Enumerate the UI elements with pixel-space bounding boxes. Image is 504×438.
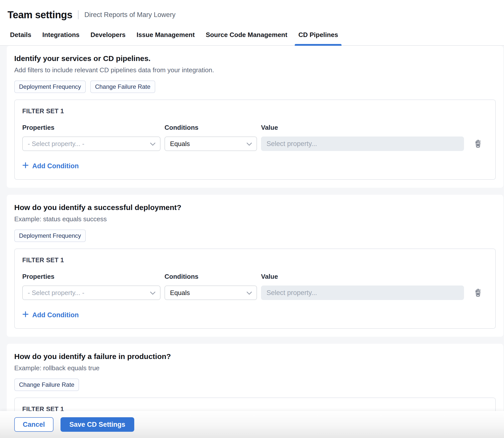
page-header: Team settings Direct Reports of Mary Low… [0,0,504,46]
condition-select-value: Equals [170,289,190,297]
section-heading: How do you identify a failure in product… [14,352,496,361]
badge-deployment-frequency[interactable]: Deployment Frequency [14,80,86,93]
badge-change-failure-rate[interactable]: Change Failure Rate [90,80,155,93]
filter-condition-row: - Select property... - Equals [22,286,488,300]
column-label-properties: Properties [22,124,160,132]
team-settings-page: Team settings Direct Reports of Mary Low… [0,0,504,438]
save-cd-settings-button[interactable]: Save CD Settings [60,417,134,432]
chevron-down-icon [246,289,252,297]
tab-bar: Details Integrations Developers Issue Ma… [0,31,504,46]
condition-select-value: Equals [170,140,190,148]
main-content: Identify your services or CD pipelines. … [0,46,504,438]
section-identify-pipelines: Identify your services or CD pipelines. … [7,46,503,188]
tab-details[interactable]: Details [6,31,35,45]
add-condition-button[interactable]: Add Condition [22,311,79,319]
add-condition-button[interactable]: Add Condition [22,162,79,170]
delete-filter-button[interactable] [474,139,482,149]
metric-badges: Deployment Frequency [14,230,496,242]
filter-condition-row: - Select property... - Equals [22,136,488,151]
column-label-properties: Properties [22,273,160,280]
property-select-value: - Select property... - [28,289,84,297]
delete-filter-button[interactable] [474,288,482,298]
chevron-down-icon [150,289,156,297]
condition-select[interactable]: Equals [164,136,257,151]
metric-badges: Change Failure Rate [14,378,496,391]
badge-deployment-frequency[interactable]: Deployment Frequency [14,230,86,242]
tab-source-code-management[interactable]: Source Code Management [202,31,291,45]
metric-badges: Deployment Frequency Change Failure Rate [14,80,496,93]
section-heading: Identify your services or CD pipelines. [14,54,496,63]
page-title: Team settings [8,9,72,20]
title-row: Team settings Direct Reports of Mary Low… [0,6,504,23]
column-label-value: Value [261,273,464,280]
property-select-value: - Select property... - [28,140,84,148]
filter-set-title: FILTER SET 1 [22,256,488,264]
condition-select[interactable]: Equals [164,286,257,300]
section-successful-deployment: How do you identify a successful deploym… [7,195,503,337]
page-subtitle: Direct Reports of Mary Lowery [84,11,176,19]
tab-issue-management[interactable]: Issue Management [133,31,198,45]
value-input[interactable] [261,136,464,151]
plus-icon [22,311,29,319]
plus-icon [22,162,29,170]
tab-developers[interactable]: Developers [87,31,129,45]
cancel-button[interactable]: Cancel [14,417,54,432]
filter-set-card: FILTER SET 1 Properties Conditions Value… [14,248,496,329]
chevron-down-icon [150,140,156,148]
column-label-conditions: Conditions [164,124,257,132]
filter-column-labels: Properties Conditions Value [22,273,488,280]
property-select[interactable]: - Select property... - [22,286,160,300]
section-subheading: Add filters to include relevant CD pipel… [14,66,496,74]
property-select[interactable]: - Select property... - [22,136,160,151]
action-footer: Cancel Save CD Settings [0,411,504,438]
value-input[interactable] [261,286,464,300]
tab-integrations[interactable]: Integrations [39,31,83,45]
filter-set-title: FILTER SET 1 [22,108,488,115]
chevron-down-icon [246,140,252,148]
tab-cd-pipelines[interactable]: CD Pipelines [295,31,342,45]
filter-set-card: FILTER SET 1 Properties Conditions Value… [14,100,496,180]
section-subheading: Example: rollback equals true [14,364,496,372]
filter-column-labels: Properties Conditions Value [22,124,488,132]
title-divider [78,10,78,19]
column-label-value: Value [261,124,464,132]
section-heading: How do you identify a successful deploym… [14,203,496,212]
add-condition-label: Add Condition [32,311,79,319]
badge-change-failure-rate[interactable]: Change Failure Rate [14,378,79,391]
trash-icon [474,288,482,298]
add-condition-label: Add Condition [32,162,79,170]
column-label-conditions: Conditions [164,273,257,280]
trash-icon [474,139,482,149]
section-subheading: Example: status equals success [14,215,496,223]
